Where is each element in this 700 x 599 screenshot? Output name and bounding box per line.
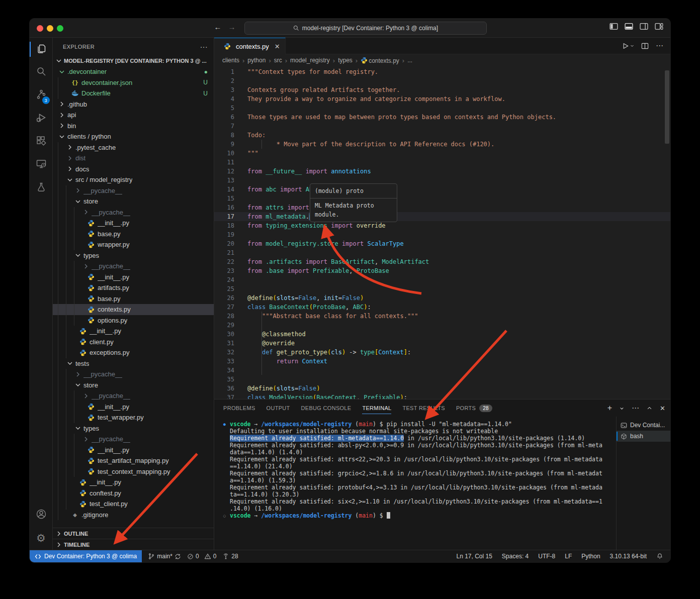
code-line-19[interactable]: 19 xyxy=(214,230,670,239)
code-line-10[interactable]: 10""" xyxy=(214,149,670,158)
navigate-forward-icon[interactable]: → xyxy=(226,23,237,31)
command-center[interactable]: model-registry [Dev Container: Python 3 … xyxy=(244,22,487,35)
tree-item--pycache-[interactable]: __pycache__ xyxy=(53,434,214,445)
code-line-27[interactable]: 27class BaseContext(ProtoBase, ABC): xyxy=(214,303,670,312)
tree-item-dist[interactable]: dist xyxy=(53,153,214,164)
code-line-30[interactable]: 30 @classmethod xyxy=(214,330,670,339)
status-item[interactable]: UTF-8 xyxy=(538,553,555,560)
customize-layout-icon[interactable] xyxy=(655,22,663,31)
workspace-section-header[interactable]: MODEL-REGISTRY [DEV CONTAINER: PYTHON 3 … xyxy=(53,55,214,66)
code-line-32[interactable]: 32 def get_proto_type(cls) -> type[Conte… xyxy=(214,348,670,357)
code-line-28[interactable]: 28 """Abstract base class for all contex… xyxy=(214,312,670,321)
tree-item-wrapper-py[interactable]: wrapper.py xyxy=(53,239,214,250)
activity-remote-explorer[interactable] xyxy=(30,153,53,176)
tree-item-test-wrapper-py[interactable]: test_wrapper.py xyxy=(53,412,214,423)
tree-item-bin[interactable]: bin xyxy=(53,121,214,132)
explorer-more-icon[interactable]: ··· xyxy=(200,43,208,51)
toggle-secondary-sidebar-icon[interactable] xyxy=(640,22,648,31)
split-editor-icon[interactable] xyxy=(641,42,649,50)
panel-tab-output[interactable]: OUTPUT xyxy=(267,400,290,417)
tree-item-Dockerfile[interactable]: DockerfileU xyxy=(53,88,214,99)
tree-item--pycache-[interactable]: __pycache__ xyxy=(53,390,214,402)
terminal[interactable]: ●vscode → /workspaces/model-registry (ma… xyxy=(214,417,616,550)
code-line-8[interactable]: 8Todo: xyxy=(214,131,670,140)
breadcrumb-item[interactable]: ... xyxy=(407,57,412,64)
close-tab-icon[interactable]: ✕ xyxy=(275,43,280,50)
status-item[interactable]: Spaces: 4 xyxy=(502,553,529,560)
tree-item-types[interactable]: types xyxy=(53,250,214,261)
code-line-36[interactable]: 36@define(slots=False) xyxy=(214,384,670,393)
ports-status[interactable]: 28 xyxy=(222,553,238,560)
editor-scrollbar[interactable] xyxy=(665,70,669,144)
tree-item-types[interactable]: types xyxy=(53,423,214,434)
tree-item-tests[interactable]: tests xyxy=(53,358,214,369)
tree-item-artifacts-py[interactable]: artifacts.py xyxy=(53,282,214,293)
tree-item--devcontainer[interactable]: .devcontainer● xyxy=(53,66,214,77)
tree-item-store[interactable]: store xyxy=(53,196,214,207)
breadcrumb-item[interactable]: types xyxy=(338,57,353,64)
tree-item--init-py[interactable]: __init__.py xyxy=(53,402,214,413)
tree-item--init-py[interactable]: __init__.py xyxy=(53,218,214,229)
tree-item--pytest-cache[interactable]: .pytest_cache xyxy=(53,142,214,153)
code-line-4[interactable]: 4They provide a way to organize and cate… xyxy=(214,94,670,104)
minimize-window-button[interactable] xyxy=(47,25,53,32)
code-line-9[interactable]: 9 * Move part of the description to API … xyxy=(214,140,670,149)
terminal-dropdown-icon[interactable] xyxy=(620,406,624,411)
breadcrumb-item[interactable]: clients xyxy=(222,57,239,64)
code-line-14[interactable]: 14from abc import ABC xyxy=(214,185,670,194)
tree-item--init-py[interactable]: __init__.py xyxy=(53,272,214,283)
toggle-panel-icon[interactable] xyxy=(625,22,633,31)
tree-item-client-py[interactable]: client.py xyxy=(53,337,214,348)
code-line-35[interactable]: 35 xyxy=(214,375,670,384)
tree-item--gitignore[interactable]: ◆.gitignore xyxy=(53,510,214,521)
tree-item--pycache-[interactable]: __pycache__ xyxy=(53,207,214,218)
activity-run-debug[interactable] xyxy=(30,107,53,130)
activity-settings[interactable]: ⚙ xyxy=(30,527,53,550)
status-item[interactable]: Ln 17, Col 15 xyxy=(456,553,492,560)
tree-item-devcontainer-json[interactable]: {}devcontainer.jsonU xyxy=(53,77,214,88)
code-line-33[interactable]: 33 return Context xyxy=(214,357,670,366)
terminal-instance-Dev-Contai-[interactable]: Dev Contai... xyxy=(617,420,670,431)
code-line-34[interactable]: 34 xyxy=(214,366,670,375)
tree-item-base-py[interactable]: base.py xyxy=(53,229,214,240)
code-line-15[interactable]: 15 xyxy=(214,194,670,203)
code-line-26[interactable]: 26@define(slots=False, init=False) xyxy=(214,293,670,303)
code-line-31[interactable]: 31 @override xyxy=(214,339,670,348)
panel-tab-terminal[interactable]: TERMINAL xyxy=(362,400,391,417)
code-line-37[interactable]: 37class ModelVersion(BaseContext, Prefix… xyxy=(214,393,670,399)
close-window-button[interactable] xyxy=(37,25,43,32)
terminal-instance-bash[interactable]: bash xyxy=(617,431,670,442)
tree-item-clients-python[interactable]: clients / python xyxy=(53,131,214,142)
activity-search[interactable] xyxy=(30,61,53,84)
panel-tab-debug-console[interactable]: DEBUG CONSOLE xyxy=(301,400,352,417)
tree-item-contexts-py[interactable]: contexts.py xyxy=(53,304,214,315)
code-line-23[interactable]: 23from .base import Prefixable, ProtoBas… xyxy=(214,266,670,275)
tree-item-exceptions-py[interactable]: exceptions.py xyxy=(53,347,214,358)
activity-extensions[interactable] xyxy=(30,130,53,153)
activity-explorer[interactable] xyxy=(30,38,53,61)
breadcrumb-item[interactable]: model_registry xyxy=(290,57,330,64)
code-editor[interactable]: 1"""Context types for model registry.23C… xyxy=(214,66,670,399)
tab-contexts-py[interactable]: contexts.py ✕ xyxy=(214,38,286,54)
tree-item--pycache-[interactable]: __pycache__ xyxy=(53,369,214,380)
tree-item-docs[interactable]: docs xyxy=(53,164,214,175)
tree-item-test-client-py[interactable]: test_client.py xyxy=(53,498,214,510)
code-line-22[interactable]: 22from .artifacts import BaseArtifact, M… xyxy=(214,257,670,266)
code-line-1[interactable]: 1"""Context types for model registry. xyxy=(214,67,670,76)
code-line-3[interactable]: 3Contexts group related Artifacts togeth… xyxy=(214,85,670,94)
code-line-12[interactable]: 12from __future__ import annotations xyxy=(214,167,670,176)
code-line-7[interactable]: 7 xyxy=(214,122,670,131)
status-item[interactable]: Python xyxy=(581,553,600,560)
tree-item-conftest-py[interactable]: conftest.py xyxy=(53,488,214,499)
code-line-5[interactable]: 5 xyxy=(214,104,670,113)
tree-item--init-py[interactable]: __init__.py xyxy=(53,326,214,337)
notifications-bell-icon[interactable] xyxy=(656,553,663,560)
close-panel-icon[interactable]: ✕ xyxy=(660,405,665,412)
status-item[interactable]: 3.10.13 64-bit xyxy=(610,553,647,560)
breadcrumb-item[interactable]: python xyxy=(247,57,266,64)
tree-item-test-artifact-mapping-py[interactable]: test_artifact_mapping.py xyxy=(53,455,214,466)
code-line-29[interactable]: 29 xyxy=(214,321,670,330)
panel-tab-test-results[interactable]: TEST RESULTS xyxy=(402,400,445,417)
tree-item--init-py[interactable]: __init__.py xyxy=(53,445,214,456)
tree-item--init-py[interactable]: __init__.py xyxy=(53,477,214,488)
